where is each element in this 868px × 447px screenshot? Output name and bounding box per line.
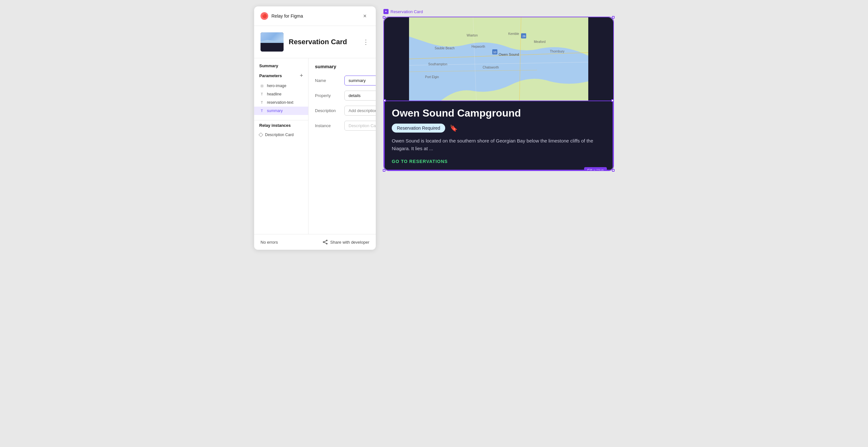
text-icon-summary: T bbox=[259, 108, 265, 113]
svg-text:Southampton: Southampton bbox=[428, 62, 447, 66]
svg-text:Sauble Beach: Sauble Beach bbox=[435, 47, 455, 50]
relay-logo: 🔴 bbox=[260, 12, 268, 20]
add-parameter-button[interactable]: + bbox=[300, 73, 303, 79]
param-label: summary bbox=[267, 109, 283, 113]
name-label: Name bbox=[315, 76, 341, 83]
property-label: Property bbox=[315, 91, 341, 98]
thumbnail-dark bbox=[260, 43, 284, 52]
diamond-icon bbox=[258, 132, 263, 137]
property-row: Property details summary title descripti… bbox=[315, 91, 376, 100]
svg-text:Kemble: Kemble bbox=[508, 32, 519, 35]
instance-row-inner: Description Card ⊕ bbox=[344, 121, 376, 131]
card-content: Owen Sound Campground Reservation Requir… bbox=[384, 100, 613, 170]
content-handle-br bbox=[611, 169, 613, 170]
left-panel: 🔴 Relay for Figma × Reservation Card ⋮ S… bbox=[254, 6, 376, 250]
svg-point-0 bbox=[326, 240, 327, 241]
param-hero-image[interactable]: ⊟ hero-image bbox=[254, 82, 308, 90]
text-icon-headline: T bbox=[259, 92, 265, 97]
close-icon: × bbox=[363, 13, 367, 20]
param-label: reservation-text bbox=[267, 100, 293, 105]
header-left: 🔴 Relay for Figma bbox=[260, 12, 303, 20]
instance-value: Description Card bbox=[344, 121, 376, 131]
content-handle-bl bbox=[384, 169, 386, 170]
form-title: summary bbox=[315, 64, 336, 69]
content-handle-tr bbox=[611, 99, 613, 102]
preview-title: Reservation Card bbox=[391, 9, 423, 14]
name-row: Name bbox=[315, 76, 376, 86]
svg-point-2 bbox=[326, 243, 327, 244]
right-panel: Reservation Card bbox=[383, 6, 614, 171]
svg-line-3 bbox=[324, 241, 326, 242]
reservation-tag: Reservation Required bbox=[392, 124, 445, 132]
component-thumbnail bbox=[260, 32, 284, 52]
right-column-form: summary 🗑 Name Property details summary … bbox=[309, 58, 376, 234]
card-tags: Reservation Required 🔖 bbox=[392, 124, 606, 132]
param-label: headline bbox=[267, 92, 281, 96]
svg-text:Wiarton: Wiarton bbox=[467, 34, 477, 37]
content-handle-tl bbox=[384, 99, 386, 102]
instance-row: Instance Description Card ⊕ bbox=[315, 121, 376, 131]
card-preview-wrapper: Wiarton Kemble Sauble Beach Hepworth Owe… bbox=[383, 17, 614, 171]
close-button[interactable]: × bbox=[361, 11, 369, 21]
property-select-wrapper: details summary title description ▾ bbox=[344, 91, 376, 100]
svg-text:Chatsworth: Chatsworth bbox=[483, 66, 499, 69]
image-icon: ⊟ bbox=[259, 83, 265, 88]
param-reservation-text[interactable]: T reservation-text bbox=[254, 98, 308, 107]
card-map: Wiarton Kemble Sauble Beach Hepworth Owe… bbox=[384, 17, 613, 100]
svg-text:26: 26 bbox=[522, 35, 526, 38]
parameters-header: Parameters + bbox=[254, 73, 308, 82]
panel-footer: No errors Share with developer bbox=[254, 234, 376, 250]
share-icon bbox=[322, 239, 328, 245]
svg-text:Port Elgin: Port Elgin bbox=[425, 75, 439, 79]
svg-text:Owen Sound: Owen Sound bbox=[499, 53, 519, 56]
card-cta[interactable]: GO TO RESERVATIONS bbox=[392, 159, 606, 164]
share-button[interactable]: Share with developer bbox=[322, 239, 369, 245]
card-title: Owen Sound Campground bbox=[392, 107, 606, 119]
share-label: Share with developer bbox=[330, 240, 369, 245]
form-header: summary 🗑 bbox=[315, 63, 376, 69]
svg-text:Hepworth: Hepworth bbox=[471, 45, 485, 48]
more-icon: ⋮ bbox=[363, 38, 369, 46]
instance-label: Instance bbox=[315, 121, 341, 128]
param-summary[interactable]: T summary bbox=[254, 107, 308, 115]
summary-section-title: Summary bbox=[254, 63, 308, 71]
description-row: Description bbox=[315, 106, 376, 116]
error-status: No errors bbox=[260, 240, 278, 245]
svg-point-1 bbox=[323, 242, 324, 243]
relay-brand-icon bbox=[383, 9, 389, 14]
thumbnail-map bbox=[260, 32, 284, 43]
reservation-card: Wiarton Kemble Sauble Beach Hepworth Owe… bbox=[384, 17, 613, 170]
component-header-left: Reservation Card bbox=[260, 32, 347, 52]
preview-label: Reservation Card bbox=[383, 9, 614, 14]
description-label: Description bbox=[315, 106, 341, 113]
fill-hug-badge: Fill × Hug bbox=[584, 167, 607, 170]
relay-item-label: Description Card bbox=[265, 132, 293, 137]
relay-section-title: Relay instances bbox=[254, 123, 308, 131]
svg-text:10: 10 bbox=[493, 51, 496, 54]
name-input[interactable] bbox=[344, 76, 376, 86]
panel-header: 🔴 Relay for Figma × bbox=[254, 6, 376, 26]
map-svg: Wiarton Kemble Sauble Beach Hepworth Owe… bbox=[384, 17, 613, 100]
param-headline[interactable]: T headline bbox=[254, 90, 308, 98]
add-icon: + bbox=[300, 72, 303, 79]
svg-text:Meaford: Meaford bbox=[534, 40, 546, 43]
svg-text:Thornbury: Thornbury bbox=[550, 50, 565, 53]
relay-instances-section: Relay instances Description Card bbox=[254, 120, 308, 139]
app-title: Relay for Figma bbox=[271, 13, 303, 19]
text-icon-reservation: T bbox=[259, 100, 265, 105]
more-options-button[interactable]: ⋮ bbox=[363, 38, 369, 46]
card-description: Owen Sound is located on the southern sh… bbox=[392, 137, 606, 152]
panel-body: Summary Parameters + ⊟ hero-image T head… bbox=[254, 58, 376, 234]
component-name: Reservation Card bbox=[289, 38, 347, 46]
param-label: hero-image bbox=[267, 84, 286, 88]
left-column: Summary Parameters + ⊟ hero-image T head… bbox=[254, 58, 309, 234]
parameters-title: Parameters bbox=[259, 73, 282, 78]
relay-description-card[interactable]: Description Card bbox=[254, 131, 308, 139]
description-input[interactable] bbox=[344, 106, 376, 116]
svg-line-4 bbox=[324, 242, 326, 243]
property-select[interactable]: details summary title description bbox=[344, 91, 376, 100]
component-header: Reservation Card ⋮ bbox=[254, 26, 376, 58]
bookmark-icon: 🔖 bbox=[449, 124, 458, 132]
